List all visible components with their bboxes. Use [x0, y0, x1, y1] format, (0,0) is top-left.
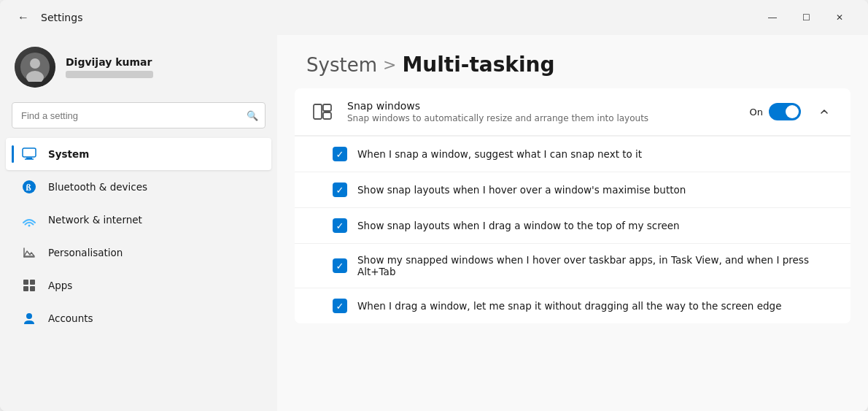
sub-setting-suggest-snap: ✓ When I snap a window, suggest what I c… [295, 136, 850, 172]
search-box: 🔍 [12, 102, 266, 128]
sidebar-item-network-label: Network & internet [48, 214, 142, 226]
sidebar-item-apps[interactable]: Apps [6, 269, 271, 301]
nav-menu: System ß Bluetooth & devices [0, 137, 277, 335]
checkbox-layouts-hover[interactable]: ✓ [333, 183, 347, 197]
bluetooth-icon: ß [20, 178, 38, 196]
main-layout: Digvijay kumar 🔍 [0, 35, 868, 411]
user-email [66, 71, 153, 78]
snap-windows-group: Snap windows Snap windows to automatical… [295, 88, 850, 323]
breadcrumb-separator: > [383, 55, 396, 74]
svg-point-8 [28, 225, 31, 227]
sub-setting-layouts-drag: ✓ Show snap layouts when I drag a window… [295, 207, 850, 243]
sub-setting-suggest-snap-label: When I snap a window, suggest what I can… [357, 148, 836, 160]
svg-point-14 [26, 313, 32, 319]
sidebar-item-system[interactable]: System [6, 138, 271, 170]
svg-rect-12 [23, 286, 28, 291]
svg-text:ß: ß [26, 182, 31, 193]
window-controls: — ☐ ✕ [756, 6, 856, 29]
snap-windows-toggle-area: On [750, 103, 801, 120]
sub-setting-snap-edge-label: When I drag a window, let me snap it wit… [357, 300, 836, 312]
accounts-icon [20, 310, 38, 327]
sidebar-item-network[interactable]: Network & internet [6, 204, 271, 236]
settings-window: ← Settings — ☐ ✕ [0, 0, 868, 411]
apps-icon [20, 277, 38, 294]
svg-rect-3 [23, 148, 36, 157]
sidebar-item-system-label: System [48, 148, 89, 160]
settings-list: Snap windows Snap windows to automatical… [277, 88, 868, 344]
breadcrumb: System > Multi-tasking [277, 35, 868, 88]
close-button[interactable]: ✕ [823, 6, 856, 29]
svg-rect-15 [314, 104, 322, 119]
sub-setting-layouts-drag-label: Show snap layouts when I drag a window t… [357, 220, 836, 231]
snap-windows-toggle-label: On [750, 107, 763, 118]
snap-windows-row: Snap windows Snap windows to automatical… [295, 88, 850, 136]
network-icon [20, 211, 38, 228]
checkbox-taskbar-hover[interactable]: ✓ [333, 258, 347, 273]
snap-windows-toggle[interactable] [769, 103, 801, 120]
user-name: Digvijay kumar [66, 56, 153, 68]
avatar [15, 47, 55, 88]
sub-settings: ✓ When I snap a window, suggest what I c… [295, 136, 850, 323]
minimize-button[interactable]: — [756, 6, 789, 29]
sidebar-item-personalisation-label: Personalisation [48, 247, 123, 258]
search-input[interactable] [12, 102, 266, 128]
titlebar-title: Settings [41, 12, 82, 23]
svg-rect-11 [30, 280, 35, 285]
sub-setting-layouts-hover: ✓ Show snap layouts when I hover over a … [295, 172, 850, 207]
sidebar-item-apps-label: Apps [48, 280, 72, 291]
maximize-button[interactable]: ☐ [789, 6, 823, 29]
snap-windows-chevron[interactable] [813, 100, 836, 123]
breadcrumb-current: Multi-tasking [402, 53, 554, 77]
chevron-up-icon [820, 107, 829, 116]
sidebar-item-accounts[interactable]: Accounts [6, 302, 271, 334]
breadcrumb-parent: System [306, 54, 377, 76]
sub-setting-taskbar-hover-label: Show my snapped windows when I hover ove… [357, 254, 836, 277]
snap-windows-text: Snap windows Snap windows to automatical… [347, 100, 738, 123]
checkbox-suggest-snap[interactable]: ✓ [333, 147, 347, 161]
sidebar-item-bluetooth-label: Bluetooth & devices [48, 181, 147, 193]
svg-point-1 [30, 58, 40, 69]
checkbox-snap-edge[interactable]: ✓ [333, 299, 347, 313]
svg-rect-16 [323, 104, 331, 111]
svg-rect-13 [30, 286, 35, 291]
titlebar: ← Settings — ☐ ✕ [0, 0, 868, 35]
sub-setting-snap-edge: ✓ When I drag a window, let me snap it w… [295, 288, 850, 323]
system-icon [20, 145, 38, 163]
sidebar-item-personalisation[interactable]: Personalisation [6, 237, 271, 269]
svg-rect-17 [323, 112, 331, 119]
user-info: Digvijay kumar [66, 56, 153, 78]
user-profile[interactable]: Digvijay kumar [0, 35, 277, 99]
sub-setting-taskbar-hover: ✓ Show my snapped windows when I hover o… [295, 243, 850, 288]
content-area: System > Multi-tasking [277, 35, 868, 411]
checkbox-layouts-drag[interactable]: ✓ [333, 218, 347, 233]
sidebar-item-accounts-label: Accounts [48, 312, 93, 324]
snap-windows-icon-box [309, 99, 336, 125]
avatar-image [15, 47, 55, 88]
snap-windows-desc: Snap windows to automatically resize and… [347, 113, 738, 123]
sidebar-item-bluetooth[interactable]: ß Bluetooth & devices [6, 171, 271, 203]
sidebar: Digvijay kumar 🔍 [0, 35, 277, 411]
sub-setting-layouts-hover-label: Show snap layouts when I hover over a wi… [357, 184, 836, 196]
snap-windows-title: Snap windows [347, 100, 738, 112]
search-icon: 🔍 [247, 110, 258, 121]
svg-rect-10 [23, 280, 28, 285]
personalisation-icon [20, 244, 38, 261]
back-button[interactable]: ← [12, 6, 35, 29]
